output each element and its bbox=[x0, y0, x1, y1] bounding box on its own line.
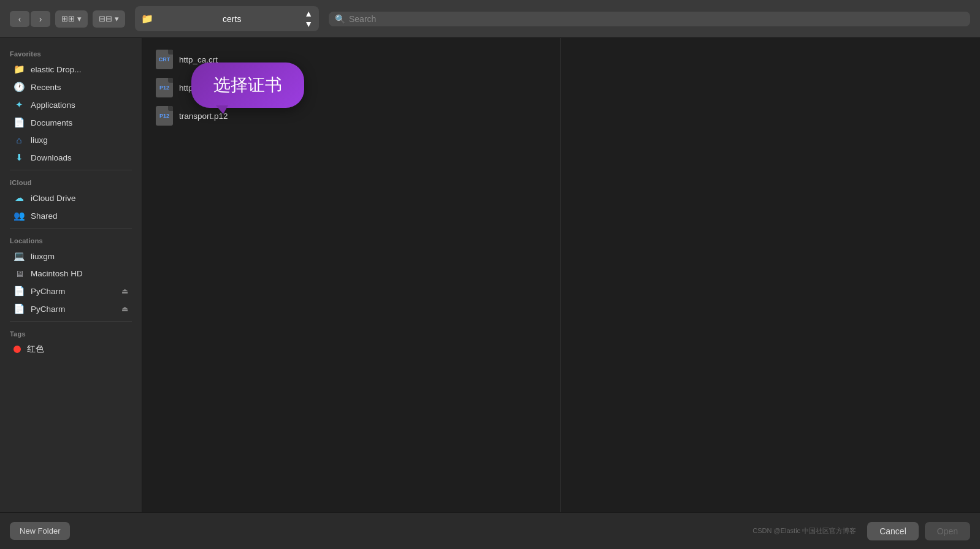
sidebar-item-label: PyCharm bbox=[31, 287, 65, 296]
recents-icon: 🕐 bbox=[13, 81, 25, 93]
sidebar-item-label: liuxgm bbox=[31, 252, 55, 261]
sidebar-item-label: 红色 bbox=[27, 344, 44, 355]
preview-panel bbox=[561, 38, 980, 512]
sidebar-item-pycharm-2[interactable]: 📄 PyCharm ⏏ bbox=[4, 300, 138, 317]
forward-button[interactable]: › bbox=[31, 11, 50, 27]
file-list: CRT http_ca.crt P12 http.p12 P12 transpo… bbox=[142, 38, 561, 512]
icloud-title: iCloud bbox=[0, 174, 142, 189]
elastic-drop-icon: 📁 bbox=[13, 64, 25, 75]
applications-icon: ✦ bbox=[13, 99, 25, 110]
bottom-bar: New Folder CSDN @Elastic 中国社区官方博客 Cancel… bbox=[0, 512, 980, 549]
sidebar-item-label: Shared bbox=[31, 211, 58, 221]
sidebar-item-label: liuxg bbox=[31, 135, 48, 145]
toolbar: ‹ › ⊞⊞ ▾ ⊟⊟ ▾ 📁 certs ▲ ▼ 🔍 bbox=[0, 0, 980, 38]
search-icon: 🔍 bbox=[335, 14, 345, 24]
sidebar-item-label: elastic Drop... bbox=[31, 65, 82, 74]
content-area: Favorites 📁 elastic Drop... 🕐 Recents ✦ … bbox=[0, 38, 980, 512]
favorites-title: Favorites bbox=[0, 45, 142, 60]
file-icon-transport-p12: P12 bbox=[156, 106, 173, 126]
new-folder-button[interactable]: New Folder bbox=[10, 522, 70, 540]
sidebar-item-label: iCloud Drive bbox=[31, 194, 76, 203]
search-input[interactable] bbox=[349, 14, 964, 24]
cancel-button[interactable]: Cancel bbox=[867, 522, 919, 540]
divider-1 bbox=[10, 170, 132, 170]
sidebar-item-label: Recents bbox=[31, 83, 61, 92]
file-icon-http-ca-crt: CRT bbox=[156, 50, 173, 69]
back-button[interactable]: ‹ bbox=[10, 11, 29, 27]
sidebar-item-liuxg[interactable]: ⌂ liuxg bbox=[4, 132, 138, 148]
search-bar[interactable]: 🔍 bbox=[329, 12, 970, 26]
divider-3 bbox=[10, 321, 132, 322]
sidebar-item-applications[interactable]: ✦ Applications bbox=[4, 96, 138, 113]
downloads-icon: ⬇ bbox=[13, 152, 25, 163]
folder-icon: 📁 bbox=[141, 13, 219, 25]
sidebar-item-documents[interactable]: 📄 Documents bbox=[4, 114, 138, 131]
tooltip-text: 选择证书 bbox=[213, 75, 282, 94]
grid-view-button[interactable]: ⊟⊟ ▾ bbox=[93, 10, 125, 28]
sidebar-item-recents[interactable]: 🕐 Recents bbox=[4, 78, 138, 96]
eject-button-1[interactable]: ⏏ bbox=[121, 287, 128, 295]
columns-view-icon: ⊞⊞ bbox=[61, 14, 75, 23]
sidebar-item-label: Macintosh HD bbox=[31, 269, 83, 278]
sidebar-item-label: PyCharm bbox=[31, 305, 65, 314]
credit-text: CSDN @Elastic 中国社区官方博客 bbox=[752, 526, 856, 536]
location-name: certs bbox=[223, 14, 301, 24]
sidebar-item-elastic-drop[interactable]: 📁 elastic Drop... bbox=[4, 61, 138, 78]
bottom-right: CSDN @Elastic 中国社区官方博客 Cancel Open bbox=[752, 522, 970, 540]
sidebar-item-label: Downloads bbox=[31, 153, 72, 162]
grid-view-icon: ⊟⊟ bbox=[99, 14, 112, 23]
sidebar-item-icloud-drive[interactable]: ☁ iCloud Drive bbox=[4, 189, 138, 206]
divider-2 bbox=[10, 228, 132, 229]
documents-icon: 📄 bbox=[13, 117, 25, 128]
sidebar-item-label: Documents bbox=[31, 118, 72, 127]
sidebar-item-macintosh-hd[interactable]: 🖥 Macintosh HD bbox=[4, 265, 138, 282]
pycharm-2-icon: 📄 bbox=[13, 303, 25, 314]
sidebar-item-label: Applications bbox=[31, 100, 75, 110]
location-bar[interactable]: 📁 certs ▲ ▼ bbox=[135, 6, 319, 31]
sidebar: Favorites 📁 elastic Drop... 🕐 Recents ✦ … bbox=[0, 38, 142, 512]
grid-dropdown-arrow: ▾ bbox=[115, 14, 119, 23]
open-button[interactable]: Open bbox=[925, 522, 970, 540]
pycharm-1-icon: 📄 bbox=[13, 286, 25, 297]
liuxgm-icon: 💻 bbox=[13, 251, 25, 262]
eject-button-2[interactable]: ⏏ bbox=[121, 305, 128, 313]
sidebar-item-liuxgm[interactable]: 💻 liuxgm bbox=[4, 248, 138, 265]
columns-view-button[interactable]: ⊞⊞ ▾ bbox=[55, 10, 88, 28]
tooltip-bubble: 选择证书 bbox=[191, 62, 304, 108]
nav-group: ‹ › bbox=[10, 11, 50, 27]
columns-dropdown-arrow: ▾ bbox=[77, 14, 82, 23]
tag-red-dot bbox=[13, 346, 21, 353]
sidebar-item-pycharm-1[interactable]: 📄 PyCharm ⏏ bbox=[4, 282, 138, 300]
file-icon-http-p12: P12 bbox=[156, 78, 173, 97]
locations-title: Locations bbox=[0, 232, 142, 247]
icloud-drive-icon: ☁ bbox=[13, 192, 25, 203]
macintosh-hd-icon: 🖥 bbox=[13, 268, 25, 279]
shared-icon: 👥 bbox=[13, 210, 25, 221]
sidebar-item-shared[interactable]: 👥 Shared bbox=[4, 207, 138, 224]
sidebar-item-tag-red[interactable]: 红色 bbox=[4, 341, 138, 358]
tags-title: Tags bbox=[0, 325, 142, 340]
liuxg-icon: ⌂ bbox=[13, 135, 25, 145]
file-dialog: ‹ › ⊞⊞ ▾ ⊟⊟ ▾ 📁 certs ▲ ▼ 🔍 Favorite bbox=[0, 0, 980, 549]
location-arrows[interactable]: ▲ ▼ bbox=[304, 9, 313, 29]
bottom-left: New Folder bbox=[10, 522, 70, 540]
sidebar-item-downloads[interactable]: ⬇ Downloads bbox=[4, 149, 138, 166]
file-panel: CRT http_ca.crt P12 http.p12 P12 transpo… bbox=[142, 38, 980, 512]
